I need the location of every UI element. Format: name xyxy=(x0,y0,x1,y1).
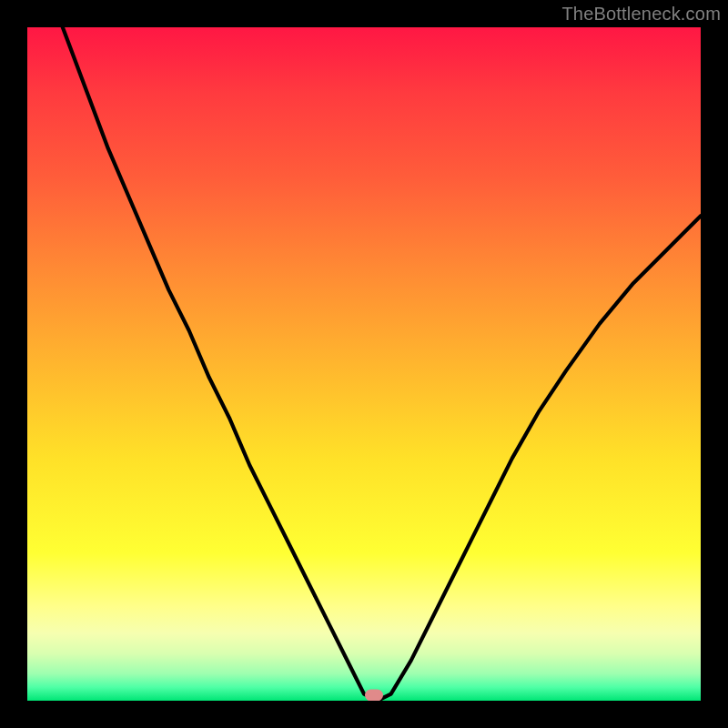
plot-area xyxy=(27,27,701,701)
optimal-point-marker xyxy=(365,690,383,701)
bottleneck-curve xyxy=(27,27,701,701)
chart-frame: TheBottleneck.com xyxy=(0,0,728,728)
watermark-text: TheBottleneck.com xyxy=(561,4,721,25)
